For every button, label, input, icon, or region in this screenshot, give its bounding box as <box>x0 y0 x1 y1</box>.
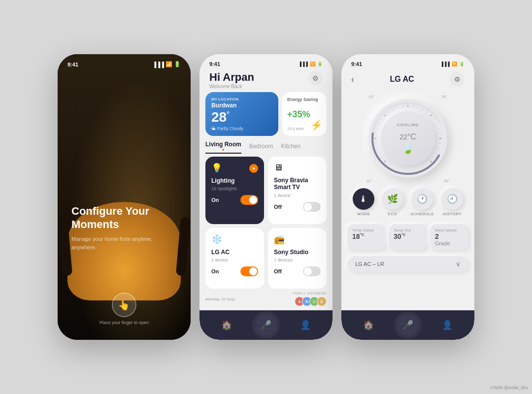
family-label: FAMILY MEMBERS <box>293 292 327 295</box>
ac-temp: 22°C <box>399 127 416 143</box>
status-bar-2: 9:41 ▐▐▐ 🛜 🔋 <box>200 54 332 67</box>
svg-line-29 <box>438 148 440 149</box>
wind-value: 2 <box>435 232 464 240</box>
eco-btn[interactable]: 🌿 <box>382 188 403 210</box>
stat-indoor: Temp Indoor 18°C <box>347 224 386 250</box>
lighting-toggle[interactable] <box>240 195 258 205</box>
nav-mic-3[interactable]: 🎤 <box>397 314 419 336</box>
time-3: 9:41 <box>351 61 362 67</box>
status-bar-3: 9:41 ▐▐▐ 🛜 🔋 <box>341 54 474 67</box>
studio-status: Off <box>274 268 282 274</box>
svg-line-3 <box>381 157 382 158</box>
dropdown-value: LG AC – LR <box>355 261 384 267</box>
nav-home-3[interactable]: 🏠 <box>363 320 374 330</box>
phone-3: 9:41 ▐▐▐ 🛜 🔋 ‹ LG AC ⚙ 20° 30° <box>341 54 474 340</box>
nav-profile-3[interactable]: 👤 <box>442 320 453 330</box>
svg-line-25 <box>438 128 440 129</box>
nav-bar-3: 🏠 🎤 👤 <box>341 310 474 340</box>
ac-zone-dropdown[interactable]: LG AC – LR ∨ <box>347 256 468 272</box>
svg-line-2 <box>384 161 386 162</box>
ac-mode: COOLING <box>397 123 419 127</box>
tab-living-room[interactable]: Living Room <box>205 141 241 154</box>
tv-sub: 1 device <box>274 193 321 198</box>
phone1-headline: Configure Your Moments <box>71 205 177 231</box>
nav-mic[interactable]: 🎤 <box>255 314 277 336</box>
svg-line-30 <box>436 153 438 154</box>
svg-line-18 <box>413 105 413 107</box>
star-badge: ★ <box>249 164 258 173</box>
mode-label: MODE <box>357 212 370 216</box>
settings-button[interactable]: ⚙ <box>308 71 323 86</box>
svg-line-31 <box>433 157 435 158</box>
ac-settings-button[interactable]: ⚙ <box>450 72 465 87</box>
nav-home[interactable]: 🏠 <box>221 320 232 330</box>
knob-right-temp: 30° <box>441 95 447 99</box>
outdoor-label: Temp Out <box>394 228 422 232</box>
nav-profile[interactable]: 👤 <box>300 320 311 330</box>
fingerprint-icon[interactable]: 👆 <box>112 293 136 317</box>
phone1-subtitle: Manage your home from anytime, anywhere. <box>71 235 177 251</box>
weather-temp: 28° <box>211 109 272 125</box>
ac-title: LG AC <box>390 75 414 84</box>
lighting-icon: 💡 <box>211 163 222 173</box>
svg-line-5 <box>376 148 378 149</box>
svg-line-14 <box>393 108 394 110</box>
knob-left-temp: 20° <box>368 95 374 99</box>
ctrl-schedule[interactable]: 🕐 SCHEDULE <box>410 188 434 216</box>
time-2: 9:41 <box>209 61 220 67</box>
ac-stats: Temp Indoor 18°C Temp Out 30°C Wind Spee… <box>341 221 474 253</box>
knob-min-temp: 10° <box>366 179 372 183</box>
schedule-btn[interactable]: 🕐 <box>411 188 433 210</box>
tv-toggle[interactable] <box>303 202 321 212</box>
ctrl-eco[interactable]: 🌿 ECO <box>382 188 403 216</box>
studio-toggle[interactable] <box>303 266 321 276</box>
svg-line-12 <box>384 115 386 116</box>
watermark: CSDN @sofar_dev <box>490 385 528 390</box>
svg-line-8 <box>375 133 377 133</box>
device-sony-studio: 📻 Sony Studio 7 devices Off <box>268 228 327 289</box>
eco-label: ECO <box>388 212 397 216</box>
mode-btn[interactable]: 🌡 <box>353 188 374 210</box>
temperature-knob[interactable]: 20° 30° // Generate tick marks const svg… <box>341 90 474 183</box>
energy-card: Energy Saving +35% 23.5 kWh ⚡ <box>282 92 327 136</box>
avatar-4: D <box>317 296 327 306</box>
ac-status: On <box>211 268 219 274</box>
history-label: HISTORY <box>442 212 462 216</box>
ac-name: LG AC <box>211 249 258 256</box>
studio-sub: 7 devices <box>274 258 321 263</box>
family-avatars: A B C D <box>297 296 327 306</box>
studio-name: Sony Studio <box>274 249 321 256</box>
nav-bar-2: 🏠 🎤 👤 <box>200 310 332 340</box>
svg-line-15 <box>398 106 398 108</box>
ac-controls: 🌡 MODE 🌿 ECO 🕐 SCHEDULE 🕘 HISTORY <box>341 183 474 221</box>
knob-max-temp: 30° <box>444 179 450 183</box>
ac-icon: ❄️ <box>211 234 258 245</box>
weather-condition: 🌥 Partly Cloudy <box>211 126 272 131</box>
ac-sub: 2 device <box>211 258 258 263</box>
indoor-label: Temp Indoor <box>352 228 381 232</box>
svg-line-9 <box>376 128 378 129</box>
fingerprint-hint: Place your finger to open <box>100 320 149 325</box>
svg-line-23 <box>433 119 435 120</box>
footer-date: Monday, 20 Sept <box>205 297 235 301</box>
greeting-text: Hi Arpan <box>209 71 254 84</box>
ac-toggle[interactable] <box>240 266 258 276</box>
weather-location-label: My Location <box>211 97 272 101</box>
ctrl-mode[interactable]: 🌡 MODE <box>353 188 374 216</box>
back-button[interactable]: ‹ <box>351 74 354 85</box>
history-btn[interactable]: 🕘 <box>441 188 463 210</box>
ctrl-history[interactable]: 🕘 HISTORY <box>441 188 463 216</box>
lighting-sub: 10 Spotlights <box>211 186 258 191</box>
tab-bedroom[interactable]: Bedroom <box>249 143 273 152</box>
schedule-label: SCHEDULE <box>410 212 434 216</box>
studio-icon: 📻 <box>274 234 321 245</box>
svg-line-22 <box>430 115 432 116</box>
fingerprint-area[interactable]: 👆 Place your finger to open <box>100 293 149 325</box>
device-lg-ac: ❄️ LG AC 2 device On <box>205 228 264 289</box>
svg-line-19 <box>418 106 418 108</box>
welcome-text: Welcome Back <box>209 84 254 89</box>
wind-label: Wind Speed <box>435 228 464 232</box>
phone-1: 9:41 ▐▐▐ 📶 🔋 Configure Your Moments Mana… <box>58 54 191 340</box>
dropdown-arrow-icon: ∨ <box>456 260 461 268</box>
tab-kitchen[interactable]: Kitchen <box>281 143 300 152</box>
